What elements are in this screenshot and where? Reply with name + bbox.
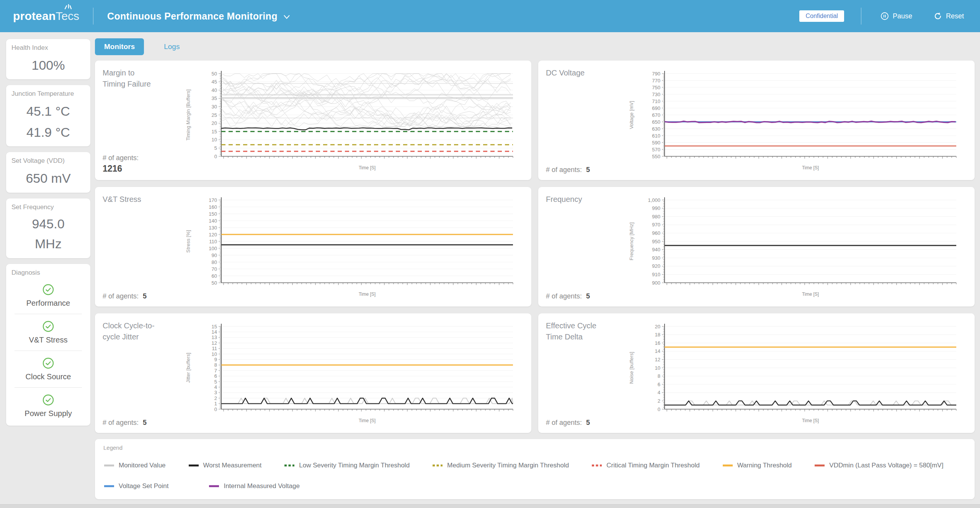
check-circle-icon — [42, 283, 54, 296]
tab-logs[interactable]: Logs — [162, 42, 182, 51]
svg-text:690: 690 — [652, 105, 660, 111]
header-divider — [861, 8, 861, 25]
chart-card-vt-stress: V&T Stress # of agents: 5 50607080901001… — [95, 187, 531, 306]
tab-monitors[interactable]: Monitors — [95, 38, 144, 55]
svg-text:610: 610 — [652, 133, 660, 139]
legend-item: Critical Timing Margin Threshold — [591, 462, 699, 469]
svg-text:35: 35 — [212, 95, 217, 101]
svg-text:630: 630 — [652, 126, 660, 132]
chart-plot: 550570590610630650670690710730750770790V… — [628, 69, 965, 173]
legend-item: Monitored Value — [103, 462, 166, 469]
svg-text:5: 5 — [214, 145, 217, 151]
svg-text:14: 14 — [212, 329, 217, 335]
svg-text:70: 70 — [212, 266, 217, 272]
svg-text:Stress [%]: Stress [%] — [185, 230, 191, 252]
metric-value: 41.9 °C — [11, 124, 85, 141]
legend-item: Low Severity Timing Margin Threshold — [284, 462, 410, 469]
brand-logo: proteanTecs — [13, 10, 79, 23]
svg-text:14: 14 — [655, 348, 660, 354]
svg-text:10: 10 — [212, 137, 217, 143]
svg-text:25: 25 — [212, 112, 217, 118]
svg-text:Time [S]: Time [S] — [802, 418, 819, 423]
svg-text:6: 6 — [658, 382, 660, 387]
svg-text:790: 790 — [652, 71, 660, 77]
diagnosis-label: Diagnosis — [11, 269, 85, 277]
chart-card-clock-jitter: Clock Cycle-to- cycle Jitter # of agents… — [95, 313, 531, 433]
pause-icon — [880, 12, 889, 20]
svg-text:6: 6 — [214, 373, 217, 379]
metric-value: MHz — [11, 236, 85, 252]
svg-text:8: 8 — [658, 373, 660, 379]
svg-text:170: 170 — [209, 197, 217, 203]
svg-text:770: 770 — [652, 78, 660, 84]
svg-text:960: 960 — [652, 230, 660, 236]
svg-text:Frequency [MHz]: Frequency [MHz] — [629, 223, 634, 261]
svg-text:2: 2 — [214, 395, 217, 401]
svg-text:990: 990 — [652, 205, 660, 211]
chart-title: V&T Stress — [103, 194, 185, 205]
svg-text:18: 18 — [655, 332, 660, 338]
svg-text:9: 9 — [214, 357, 217, 362]
reset-icon — [934, 12, 942, 20]
legend-item: Medium Severity Timing Margin Threshold — [432, 462, 569, 469]
svg-text:0: 0 — [214, 406, 217, 412]
metric-card-health-index: Health Index 100% — [6, 39, 90, 79]
svg-text:Jitter [buffers]: Jitter [buffers] — [185, 353, 191, 383]
legend-item-label: VDDmin (Last Pass Voltage) = 580[mV] — [829, 462, 943, 469]
metric-value: 100% — [11, 57, 85, 74]
legend-line-swatch — [591, 464, 603, 467]
check-circle-icon — [42, 320, 54, 333]
reset-button[interactable]: Reset — [931, 11, 966, 21]
logo-spark-icon — [64, 3, 74, 11]
svg-text:930: 930 — [652, 255, 660, 261]
main-content: Monitors Logs Margin to Timing Failure #… — [95, 32, 980, 499]
svg-text:970: 970 — [652, 222, 660, 228]
chart-card-effective-cycle-time-delta: Effective Cycle Time Delta # of agents: … — [538, 313, 975, 433]
pause-button[interactable]: Pause — [878, 11, 915, 21]
header-divider — [93, 8, 93, 25]
svg-text:Time [S]: Time [S] — [802, 165, 819, 170]
svg-text:950: 950 — [652, 239, 660, 244]
chart-plot: 9009109209309409509609709809901,000Frequ… — [628, 195, 965, 300]
legend-item-label: Medium Severity Timing Margin Threshold — [447, 462, 569, 469]
metric-card-set-frequency: Set Frequency 945.0 MHz — [6, 198, 90, 258]
agents-count: # of agents: 5 — [103, 419, 185, 427]
legend-item: Voltage Set Point — [103, 482, 168, 490]
confidential-badge: Confidential — [799, 10, 844, 22]
horizontal-scrollbar[interactable] — [0, 504, 980, 508]
legend-line-swatch — [188, 464, 199, 467]
chevron-down-icon — [283, 14, 291, 20]
agents-count: # of agents: 5 — [546, 166, 628, 174]
svg-text:2: 2 — [658, 398, 660, 404]
svg-text:1: 1 — [214, 401, 217, 406]
svg-text:750: 750 — [652, 85, 660, 90]
legend-item-label: Worst Measurement — [203, 462, 262, 469]
legend-row: Monitored Value Worst Measurement Low Se… — [103, 462, 966, 469]
svg-text:Time [S]: Time [S] — [359, 165, 376, 170]
svg-text:12: 12 — [212, 340, 217, 346]
logo-text-bold: protean — [13, 10, 56, 23]
legend-item-label: Monitored Value — [119, 462, 166, 469]
diagnosis-item-vt-stress: V&T Stress — [11, 314, 85, 344]
svg-text:Time [S]: Time [S] — [359, 292, 376, 297]
legend-item-label: Voltage Set Point — [119, 482, 168, 490]
diagnosis-item-label: Performance — [26, 299, 70, 308]
metric-label: Set Voltage (VDD) — [11, 157, 85, 166]
svg-text:13: 13 — [212, 334, 217, 340]
svg-text:Time [S]: Time [S] — [802, 292, 819, 297]
svg-text:5: 5 — [214, 379, 217, 385]
chart-title: Clock Cycle-to- cycle Jitter — [103, 320, 185, 342]
metric-card-set-voltage: Set Voltage (VDD) 650 mV — [6, 152, 90, 192]
chart-grid: Margin to Timing Failure # of agents: 12… — [95, 61, 975, 433]
check-circle-icon — [42, 394, 54, 406]
app-title-dropdown[interactable]: Continuous Performance Monitoring — [107, 11, 291, 22]
metric-card-junction-temperature: Junction Temperature 45.1 °C 41.9 °C — [6, 85, 90, 146]
chart-plot: 5060708090100110120130140150160170Stress… — [185, 195, 521, 300]
diagnosis-card: Diagnosis Performance V&T Stress — [6, 264, 90, 426]
chart-card-dc-voltage: DC Voltage # of agents: 5 55057059061063… — [538, 61, 975, 180]
agents-count: # of agents: 5 — [103, 292, 185, 300]
metric-value: 945.0 — [11, 216, 85, 232]
legend-item: Worst Measurement — [188, 462, 262, 469]
legend-row: Voltage Set Point Internal Measured Volt… — [103, 482, 966, 490]
logo-text-light: Tecs — [56, 10, 79, 23]
